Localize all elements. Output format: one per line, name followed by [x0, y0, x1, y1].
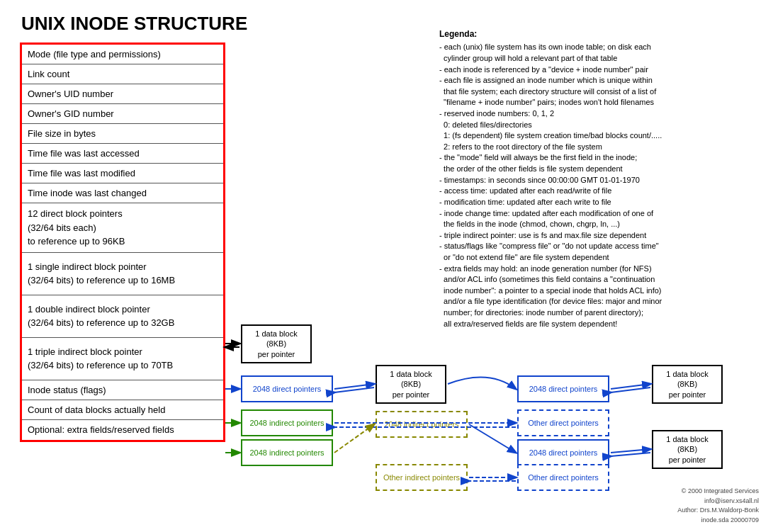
inode-row-flags: Inode status (flags)	[22, 380, 223, 400]
inode-row-blockcount: Count of data blocks actually held	[22, 400, 223, 420]
legend-box: Legenda: - each (unix) file system has i…	[439, 28, 751, 329]
svg-line-11	[334, 424, 374, 453]
legend-content: - each (unix) file system has its own in…	[439, 42, 751, 329]
svg-line-13	[611, 449, 650, 453]
inode-row-gid: Owner's GID number	[22, 104, 223, 124]
data-block-single-far: 1 data block(8KB)per pointer	[652, 365, 723, 404]
inode-row-filesize: File size in bytes	[22, 124, 223, 144]
inode-row-triple-indirect: 1 triple indirect block pointer(32/64 bi…	[22, 338, 223, 380]
inode-row-double-indirect: 1 double indirect block pointer(32/64 bi…	[22, 295, 223, 338]
data-block-single: 1 data block(8KB)per pointer	[376, 365, 446, 404]
inode-row-extra: Optional: extra fields/reserved fields	[22, 420, 223, 440]
copyright: © 2000 Integrated Services info@iserv.xs…	[677, 487, 759, 525]
inode-row-mtime: Time file was last modified	[22, 164, 223, 183]
svg-line-6	[611, 387, 650, 392]
svg-line-4	[334, 387, 374, 392]
indirect-pointers-triple-left: 2048 indirect pointers	[241, 439, 333, 466]
svg-line-5	[611, 384, 650, 389]
svg-line-12	[469, 424, 516, 453]
other-direct-double: Other direct pointers	[517, 409, 609, 436]
inode-row-linkcount: Link count	[22, 64, 223, 84]
inode-row-atime: Time file was last accessed	[22, 144, 223, 164]
inode-row-mode: Mode (file type and permissions)	[22, 45, 223, 64]
legend-title: Legenda:	[439, 28, 751, 40]
indirect-pointers-double: 2048 indirect pointers	[241, 409, 333, 436]
direct-pointers-triple: 2048 direct pointers	[517, 439, 609, 466]
svg-line-3	[334, 384, 374, 389]
data-block-triple: 1 data block(8KB)per pointer	[652, 430, 723, 469]
inode-structure-box: Mode (file type and permissions) Link co…	[20, 43, 225, 442]
direct-pointers-single-right: 2048 direct pointers	[517, 375, 609, 402]
indirect-pointers-triple-mid: 2048 indirect pointers	[376, 411, 468, 438]
inode-row-ctime: Time inode was last changed	[22, 183, 223, 203]
inode-row-direct: 12 direct block pointers(32/64 bits each…	[22, 203, 223, 253]
direct-pointers-single: 2048 direct pointers	[241, 375, 333, 402]
page-title: UNIX INODE STRUCTURE	[21, 13, 247, 35]
other-indirect: Other indirect pointers	[376, 464, 468, 491]
data-block-direct: 1 data block(8KB)per pointer	[241, 324, 312, 363]
svg-line-14	[611, 453, 650, 456]
inode-row-uid: Owner's UID number	[22, 84, 223, 104]
other-direct-triple: Other direct pointers	[517, 464, 609, 491]
inode-row-single-indirect: 1 single indirect block pointer(32/64 bi…	[22, 253, 223, 295]
